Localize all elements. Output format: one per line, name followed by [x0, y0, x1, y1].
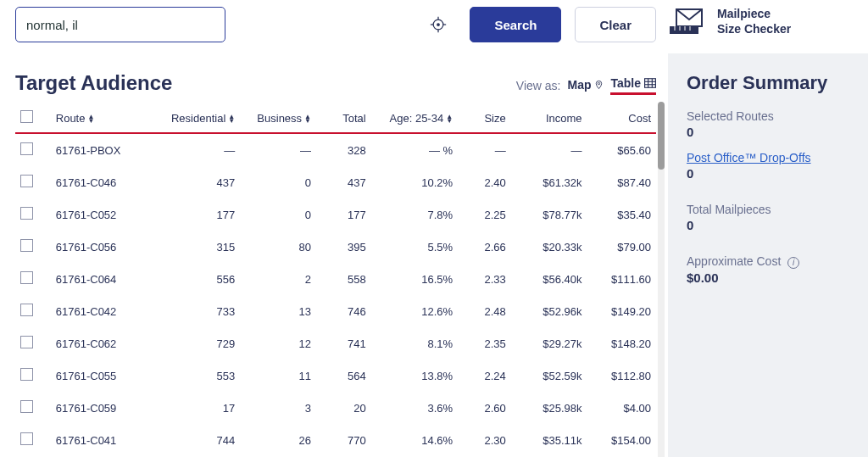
cell-total: 741 — [316, 327, 371, 359]
cell-residential: 177 — [164, 198, 240, 231]
cell-income: — — [511, 133, 587, 166]
cell-total: 558 — [316, 263, 371, 295]
cell-residential: 733 — [164, 295, 240, 327]
table-row: 61761-C056315803955.5%2.66$20.33k$79.00 — [15, 231, 656, 263]
table-row: 61761-PBOX——328— %——$65.60 — [15, 133, 656, 166]
view-as-map[interactable]: Map — [567, 78, 604, 94]
row-checkbox[interactable] — [20, 304, 33, 316]
cell-residential: 729 — [164, 327, 240, 359]
row-checkbox[interactable] — [20, 207, 33, 220]
cell-age: 16.5% — [371, 263, 458, 295]
cell-age: 13.8% — [371, 359, 458, 392]
row-checkbox[interactable] — [20, 271, 33, 284]
total-mailpieces-value: 0 — [687, 218, 849, 232]
table-row: 61761-C062729127418.1%2.35$29.27k$148.20 — [15, 327, 656, 359]
cell-business: 0 — [240, 166, 316, 198]
cell-total: 177 — [316, 198, 371, 231]
cell-size: 2.66 — [458, 231, 511, 263]
cell-business: 13 — [240, 295, 316, 327]
cell-route: 61761-C052 — [51, 198, 164, 231]
target-icon[interactable] — [429, 15, 448, 34]
cell-residential: 437 — [164, 166, 240, 198]
cell-business: — — [240, 133, 316, 166]
table-row: 61761-C059173203.6%2.60$25.98k$4.00 — [15, 392, 656, 424]
cell-residential: 17 — [164, 392, 240, 424]
col-age[interactable]: Age: 25-34▲▼ — [371, 102, 458, 133]
cell-age: 14.6% — [371, 424, 458, 456]
approximate-cost-label: Approximate Cost i — [687, 254, 849, 269]
search-input[interactable] — [15, 7, 225, 42]
cell-route: 61761-PBOX — [51, 133, 164, 166]
mailpiece-size-checker-label: Mailpiece Size Checker — [717, 7, 791, 36]
cell-business: 0 — [240, 198, 316, 231]
row-checkbox[interactable] — [20, 175, 33, 187]
cell-income: $20.33k — [511, 231, 587, 263]
selected-routes-label: Selected Routes — [687, 109, 849, 123]
cell-income: $52.96k — [511, 295, 587, 327]
view-as-map-label: Map — [567, 78, 591, 92]
cell-route: 61761-C059 — [51, 392, 164, 424]
cell-size: 2.40 — [458, 166, 511, 198]
selected-routes-value: 0 — [687, 125, 849, 139]
scrollbar-thumb[interactable] — [658, 102, 665, 170]
search-button[interactable]: Search — [470, 7, 561, 42]
col-route[interactable]: Route▲▼ — [51, 102, 164, 133]
info-icon[interactable]: i — [787, 257, 799, 269]
table-row: 61761-C0555531156413.8%2.24$52.59k$112.8… — [15, 359, 656, 392]
cell-size: 2.33 — [458, 263, 511, 295]
view-as-table-label: Table — [610, 76, 641, 90]
cell-size: 2.30 — [458, 424, 511, 456]
dropoffs-link[interactable]: Post Office™ Drop-Offs — [687, 151, 811, 164]
svg-rect-7 — [645, 79, 656, 88]
table-row: 61761-C0417442677014.6%2.30$35.11k$154.0… — [15, 424, 656, 456]
row-checkbox[interactable] — [20, 142, 33, 155]
cell-income: $52.59k — [511, 359, 587, 392]
col-business[interactable]: Business▲▼ — [240, 102, 316, 133]
svg-rect-13 — [670, 26, 698, 34]
cell-route: 61761-C062 — [51, 327, 164, 359]
table-row: 61761-C05217701777.8%2.25$78.77k$35.40 — [15, 198, 656, 231]
cell-route: 61761-C064 — [51, 263, 164, 295]
select-all-checkbox[interactable] — [20, 110, 33, 123]
cell-age: 7.8% — [371, 198, 458, 231]
svg-point-1 — [437, 24, 440, 26]
dropoffs-value: 0 — [687, 166, 849, 181]
cell-cost: $4.00 — [587, 392, 656, 424]
cell-residential: — — [164, 133, 240, 166]
cell-cost: $148.20 — [587, 327, 656, 359]
cell-income: $61.32k — [511, 166, 587, 198]
cell-business: 3 — [240, 392, 316, 424]
cell-income: $35.11k — [511, 424, 587, 456]
col-total: Total — [316, 102, 371, 133]
cell-route: 61761-C055 — [51, 359, 164, 392]
cell-total: 770 — [316, 424, 371, 456]
cell-route: 61761-C042 — [51, 295, 164, 327]
view-as-table[interactable]: Table — [610, 76, 656, 95]
row-checkbox[interactable] — [20, 400, 33, 413]
clear-button[interactable]: Clear — [575, 7, 656, 42]
svg-point-6 — [598, 82, 600, 84]
cell-cost: $111.60 — [587, 263, 656, 295]
row-checkbox[interactable] — [20, 432, 33, 445]
cell-residential: 553 — [164, 359, 240, 392]
total-mailpieces-label: Total Mailpieces — [687, 203, 849, 216]
cell-residential: 744 — [164, 424, 240, 456]
row-checkbox[interactable] — [20, 239, 33, 252]
sort-icon: ▲▼ — [228, 114, 235, 123]
cell-size: 2.25 — [458, 198, 511, 231]
cell-total: 437 — [316, 166, 371, 198]
table-row: 61761-C064556255816.5%2.33$56.40k$111.60 — [15, 263, 656, 295]
ruler-envelope-icon — [668, 8, 709, 36]
mailpiece-size-checker[interactable]: Mailpiece Size Checker — [668, 7, 868, 36]
cell-income: $78.77k — [511, 198, 587, 231]
cell-size: 2.35 — [458, 327, 511, 359]
col-size: Size — [458, 102, 511, 133]
scrollbar-track[interactable] — [658, 102, 665, 457]
col-residential[interactable]: Residential▲▼ — [164, 102, 240, 133]
sort-icon: ▲▼ — [304, 114, 311, 123]
cell-age: — % — [371, 133, 458, 166]
cell-business: 80 — [240, 231, 316, 263]
row-checkbox[interactable] — [20, 336, 33, 348]
row-checkbox[interactable] — [20, 368, 33, 381]
approximate-cost-value: $0.00 — [687, 270, 849, 285]
